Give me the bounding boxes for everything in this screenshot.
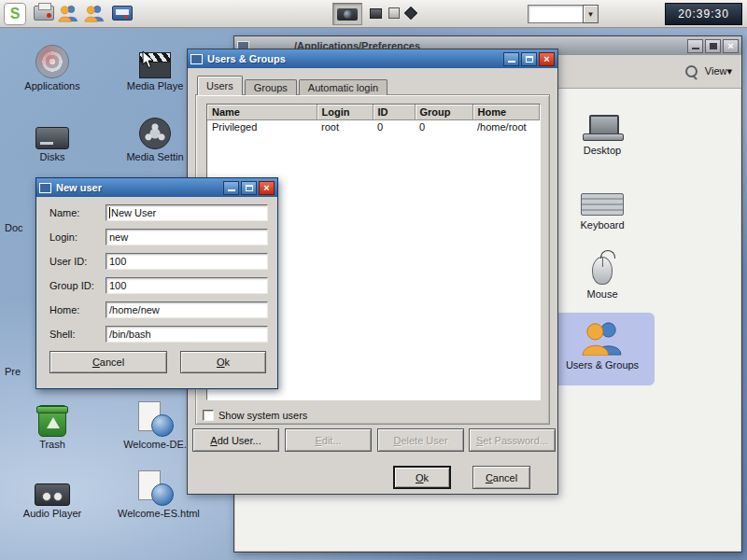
- tray-media-icon[interactable]: [404, 7, 417, 20]
- cell-login: root: [317, 119, 373, 133]
- desktop[interactable]: Applications Media Playe Disks Media Set…: [0, 0, 747, 560]
- login-field[interactable]: new: [106, 229, 268, 245]
- web-page-icon: [136, 401, 174, 437]
- tray-volume-icon[interactable]: [370, 8, 382, 19]
- disk-drive-icon: [35, 127, 69, 149]
- desktop-icon-welcome-es[interactable]: Welcome-ES.html: [118, 469, 192, 519]
- column-header-login[interactable]: Login: [317, 105, 373, 119]
- desktop-icon-trash[interactable]: Trash: [15, 399, 90, 450]
- globe-icon: [151, 483, 174, 506]
- tab-groups[interactable]: Groups: [245, 79, 297, 95]
- users-groups-titlebar[interactable]: Users & Groups ×: [188, 49, 557, 68]
- new-user-titlebar[interactable]: New user ×: [36, 178, 277, 197]
- desktop-icon-audio-player[interactable]: Audio Player: [15, 469, 90, 519]
- desktop-icon-applications[interactable]: Applications: [15, 41, 90, 91]
- distro-logo-icon: S: [10, 6, 21, 22]
- name-label: Name:: [49, 207, 79, 218]
- mouse-cursor: [142, 50, 155, 71]
- desktop-icon-label: Media Playe: [118, 80, 192, 91]
- home-field[interactable]: /home/new: [106, 301, 268, 318]
- show-system-users-checkbox[interactable]: [203, 410, 214, 421]
- close-button[interactable]: ×: [723, 39, 739, 53]
- shell-label: Shell:: [49, 329, 76, 340]
- groups-launcher-icon[interactable]: [84, 4, 105, 24]
- cassette-icon: [35, 483, 70, 506]
- fm-item-label: Users & Groups: [548, 359, 656, 371]
- name-field[interactable]: New User: [106, 204, 268, 221]
- desktop-icon-label: Trash: [15, 439, 90, 450]
- delete-user-button[interactable]: Delete User: [377, 428, 464, 452]
- minimize-button[interactable]: [503, 52, 519, 66]
- cell-id: 0: [373, 119, 415, 133]
- users-groups-icon: [581, 320, 624, 356]
- tray-battery-icon[interactable]: [388, 7, 400, 19]
- tab-users[interactable]: Users: [197, 76, 243, 95]
- cell-group: 0: [415, 119, 472, 133]
- group-id-label: Group ID:: [49, 280, 94, 291]
- camera-icon: [337, 8, 358, 21]
- table-row[interactable]: Privileged root 0 0 /home/root: [207, 119, 540, 133]
- fm-item-mouse[interactable]: Mouse: [548, 247, 656, 300]
- desktop-icon-label: Media Settin: [118, 151, 192, 162]
- film-reel-icon: [139, 118, 171, 149]
- mouse-icon: [592, 257, 613, 285]
- cancel-button[interactable]: Cancel: [49, 351, 167, 373]
- display-launcher-icon[interactable]: [112, 6, 133, 21]
- show-system-users-label: Show system users: [218, 410, 307, 421]
- column-header-group[interactable]: Group: [415, 105, 472, 119]
- users-launcher-icon[interactable]: [58, 4, 78, 24]
- ok-button[interactable]: Ok: [393, 466, 451, 489]
- fm-item-users-groups[interactable]: Users & Groups: [548, 318, 656, 371]
- column-header-home[interactable]: Home: [472, 105, 540, 119]
- edit-button[interactable]: Edit...: [285, 428, 372, 452]
- panel-combobox[interactable]: ▼: [528, 5, 599, 23]
- window-menu-icon[interactable]: [190, 54, 203, 64]
- fm-item-label: Desktop: [548, 145, 656, 156]
- desktop-icon-welcome-de[interactable]: Welcome-DE.: [118, 399, 192, 450]
- window-menu-icon[interactable]: [39, 183, 51, 193]
- cell-name: Privileged: [207, 119, 317, 133]
- close-button[interactable]: ×: [539, 52, 555, 66]
- add-user-button[interactable]: Add User...: [192, 428, 279, 452]
- desktop-icon-label: Audio Player: [15, 508, 90, 519]
- close-button[interactable]: ×: [259, 181, 275, 195]
- clock-applet: 20:39:30: [665, 3, 742, 25]
- minimize-button[interactable]: [223, 181, 239, 195]
- maximize-button[interactable]: [521, 52, 537, 66]
- fm-item-desktop[interactable]: Desktop: [548, 104, 656, 156]
- fm-item-keyboard[interactable]: Keyboard: [548, 178, 656, 231]
- printer-launcher-icon[interactable]: [34, 6, 54, 21]
- desktop-monitor-icon: [583, 115, 622, 141]
- applications-cd-icon: [35, 45, 69, 78]
- chevron-down-icon[interactable]: ▼: [583, 5, 599, 23]
- tab-automatic-login[interactable]: Automatic login: [299, 79, 388, 95]
- search-icon[interactable]: [685, 65, 698, 77]
- system-menu-button[interactable]: S: [4, 3, 26, 25]
- ok-button[interactable]: Ok: [180, 351, 266, 373]
- desktop-icon-media-settings[interactable]: Media Settin: [118, 112, 192, 162]
- cancel-button[interactable]: Cancel: [472, 466, 530, 489]
- combobox-value[interactable]: [528, 5, 583, 23]
- globe-icon: [151, 414, 174, 437]
- column-header-id[interactable]: ID: [373, 105, 415, 119]
- view-menu[interactable]: View▾: [705, 65, 732, 77]
- desktop-icon-media-player[interactable]: Media Playe: [118, 41, 192, 91]
- desktop-icon-label: Applications: [15, 80, 90, 91]
- minimize-button[interactable]: [687, 39, 703, 53]
- top-panel: S: [0, 0, 747, 28]
- set-password-button[interactable]: Set Password...: [469, 428, 556, 452]
- group-id-field[interactable]: 100: [106, 277, 268, 294]
- maximize-button[interactable]: [241, 181, 257, 195]
- desktop-icon-disks[interactable]: Disks: [15, 112, 90, 162]
- maximize-button[interactable]: [705, 39, 721, 53]
- keyboard-icon: [581, 193, 624, 216]
- column-header-name[interactable]: Name: [207, 105, 317, 119]
- new-user-dialog: New user × Name: New User Login: new Use…: [35, 177, 278, 389]
- window-title: Users & Groups: [207, 53, 501, 64]
- shell-field[interactable]: /bin/bash: [106, 326, 268, 343]
- desktop-icon-label: Welcome-DE.: [118, 439, 192, 450]
- screenshot-applet[interactable]: [332, 3, 362, 25]
- web-page-icon: [136, 470, 174, 506]
- user-id-field[interactable]: 100: [106, 253, 268, 270]
- login-label: Login:: [49, 231, 78, 243]
